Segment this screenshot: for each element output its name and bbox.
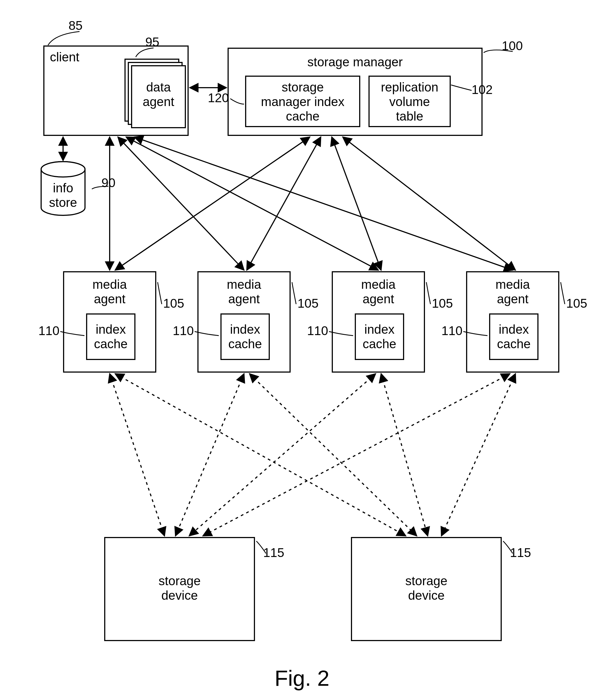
media-agent-box-2: media agent index cache — [197, 271, 291, 373]
svg-line-7 — [134, 137, 513, 270]
svg-line-11 — [343, 137, 515, 270]
media-agent-box-1: media agent index cache — [63, 271, 156, 373]
client-ref: 85 — [69, 18, 82, 33]
svg-line-18 — [203, 374, 510, 536]
index-cache-label-4: index cache — [490, 322, 537, 351]
storage-device-label-1: storage device — [105, 574, 254, 603]
svg-line-15 — [249, 374, 417, 536]
media-agent-ref-inner-2: 110 — [173, 323, 194, 338]
diagram-canvas: client data agent 85 95 storage manager … — [0, 0, 604, 700]
sm-index-cache-label: storage manager index cache — [246, 80, 359, 124]
svg-line-12 — [110, 374, 165, 536]
svg-point-1 — [41, 161, 85, 177]
storage-device-ref-2: 115 — [510, 545, 531, 560]
rep-vol-table-box: replication volume table — [368, 76, 451, 127]
info-store-ref: 90 — [101, 175, 116, 190]
data-agent-label: data agent — [132, 80, 185, 109]
index-cache-label-1: index cache — [87, 322, 134, 351]
index-cache-box-4: index cache — [489, 314, 538, 360]
media-agent-box-4: media agent index cache — [466, 271, 559, 373]
index-cache-label-3: index cache — [356, 322, 403, 351]
media-agent-label-3: media agent — [333, 277, 424, 306]
data-agent-box: data agent — [131, 65, 186, 128]
index-cache-label-2: index cache — [221, 322, 269, 351]
sm-index-cache-box: storage manager index cache — [245, 76, 360, 127]
svg-line-17 — [381, 374, 428, 536]
media-agent-label-1: media agent — [64, 277, 155, 306]
client-box: client data agent — [43, 46, 189, 136]
svg-line-13 — [115, 374, 406, 536]
media-agent-box-3: media agent index cache — [332, 271, 425, 373]
svg-line-19 — [441, 374, 515, 536]
media-agent-ref-inner-3: 110 — [307, 323, 328, 338]
storage-device-ref-1: 115 — [263, 545, 284, 560]
rep-vol-table-label: replication volume table — [369, 80, 450, 124]
svg-line-10 — [332, 137, 381, 270]
index-cache-box-1: index cache — [86, 314, 136, 360]
figure-caption: Fig. 2 — [0, 666, 604, 691]
storage-manager-label: storage manager — [229, 55, 481, 69]
sm-index-cache-ref: 120 — [208, 91, 229, 105]
media-agent-label-4: media agent — [467, 277, 558, 306]
index-cache-box-3: index cache — [355, 314, 404, 360]
storage-device-box-2: storage device — [351, 537, 502, 641]
svg-line-9 — [247, 137, 321, 270]
media-agent-ref-outer-3: 105 — [432, 296, 453, 311]
svg-line-8 — [115, 137, 310, 270]
media-agent-ref-inner-4: 110 — [441, 323, 462, 338]
client-label: client — [50, 50, 79, 65]
storage-manager-ref: 100 — [502, 39, 523, 53]
media-agent-ref-outer-4: 105 — [566, 296, 587, 311]
svg-line-6 — [126, 137, 378, 270]
storage-device-box-1: storage device — [104, 537, 255, 641]
media-agent-ref-inner-1: 110 — [39, 323, 59, 338]
rep-vol-table-ref: 102 — [472, 82, 493, 97]
svg-line-16 — [189, 374, 376, 536]
storage-device-label-2: storage device — [352, 574, 501, 603]
media-agent-ref-outer-2: 105 — [297, 296, 319, 311]
data-agent-ref: 95 — [145, 34, 159, 49]
storage-manager-box: storage manager storage manager index ca… — [227, 48, 483, 136]
svg-line-14 — [175, 374, 244, 536]
index-cache-box-2: index cache — [220, 314, 270, 360]
info-store-label: info store — [35, 181, 91, 210]
media-agent-ref-outer-1: 105 — [163, 296, 184, 311]
media-agent-label-2: media agent — [198, 277, 290, 306]
svg-line-5 — [118, 137, 244, 270]
